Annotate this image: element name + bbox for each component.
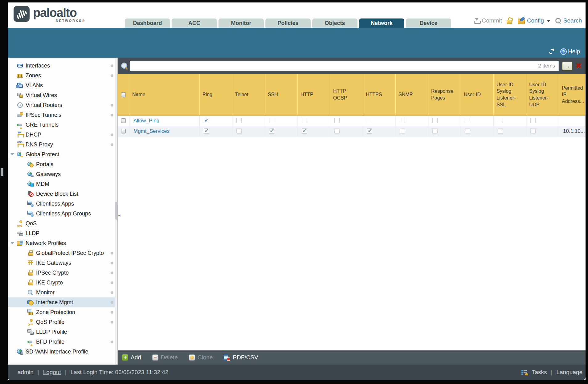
tasks-link[interactable]: Tasks bbox=[532, 369, 547, 376]
sidebar-item-dhcp[interactable]: DHCP bbox=[8, 130, 117, 140]
sidebar-item-vlans[interactable]: VLANs bbox=[8, 80, 117, 90]
add-button[interactable]: Add bbox=[122, 354, 141, 361]
sidebar-item-sd-wan-interface-profile[interactable]: SD-WAN Interface Profile bbox=[8, 347, 117, 357]
tab-network[interactable]: Network bbox=[359, 18, 404, 28]
column-header-https[interactable]: HTTPS bbox=[363, 74, 396, 115]
status-dot bbox=[111, 104, 113, 107]
column-header-user-id[interactable]: User-ID bbox=[461, 74, 494, 115]
ping-checkbox bbox=[204, 118, 209, 123]
tab-objects[interactable]: Objects bbox=[312, 18, 357, 28]
tab-device[interactable]: Device bbox=[406, 18, 451, 28]
paloalto-logo-mark bbox=[13, 6, 30, 22]
sidebar-item-label: VLANs bbox=[26, 82, 117, 89]
commit-button[interactable]: Commit bbox=[474, 17, 502, 24]
sidebar-item-label: GlobalProtect bbox=[26, 151, 117, 158]
table-body: Allow_PingMgmt_Services10.1.10... bbox=[118, 116, 586, 137]
column-header-name[interactable]: Name bbox=[129, 74, 200, 115]
tab-monitor[interactable]: Monitor bbox=[218, 18, 264, 28]
paloalto-logo: paloalto NETWORKS® bbox=[13, 6, 85, 22]
config-menu-button[interactable]: Config bbox=[518, 17, 550, 24]
expand-collapse-triangle-icon[interactable] bbox=[10, 242, 14, 244]
sidebar-item-gre-tunnels[interactable]: GRE Tunnels bbox=[8, 120, 117, 130]
column-header-user-id-syslog-listener-udp[interactable]: User-ID Syslog Listener-UDP bbox=[526, 74, 559, 115]
sidebar-item-interfaces[interactable]: Interfaces bbox=[8, 61, 117, 71]
tab-acc[interactable]: ACC bbox=[172, 18, 217, 28]
column-header-permitted-ip-address[interactable]: Permitted IP Address... bbox=[559, 74, 586, 115]
sidebar-item-clientless-app-groups[interactable]: Clientless App Groups bbox=[8, 209, 117, 219]
clone-icon bbox=[189, 354, 195, 361]
sidebar-item-interface-mgmt[interactable]: Interface Mgmt bbox=[8, 297, 117, 307]
sidebar-collapse-handle[interactable]: ◄ bbox=[117, 213, 121, 218]
clear-filter-button[interactable]: ✖ bbox=[575, 62, 582, 70]
window-frame: paloalto NETWORKS® DashboardACCMonitorPo… bbox=[0, 0, 588, 384]
column-header-http[interactable]: HTTP bbox=[298, 74, 330, 115]
sidebar-item-monitor[interactable]: Monitor bbox=[8, 288, 117, 297]
sidebar-item-virtual-routers[interactable]: Virtual Routers bbox=[8, 100, 117, 110]
response-pages-checkbox bbox=[432, 129, 438, 134]
tab-policies[interactable]: Policies bbox=[265, 18, 311, 28]
tasks-icon[interactable] bbox=[521, 370, 528, 375]
sidebar-item-dns-proxy[interactable]: DNS Proxy bbox=[8, 140, 117, 149]
sidebar-item-ike-gateways[interactable]: IKE Gateways bbox=[8, 258, 117, 268]
sidebar-item-device-block-list[interactable]: Device Block List bbox=[8, 189, 117, 199]
sidebar-item-mdm[interactable]: MDM bbox=[8, 179, 117, 189]
tab-dashboard[interactable]: Dashboard bbox=[125, 18, 170, 28]
zones-icon bbox=[17, 72, 23, 79]
expand-collapse-triangle-icon[interactable] bbox=[10, 153, 14, 156]
global-search-button[interactable]: Search bbox=[555, 17, 582, 24]
profile-name-link[interactable]: Allow_Ping bbox=[133, 118, 159, 124]
item-count: 2 items bbox=[538, 63, 555, 69]
profile-name-link[interactable]: Mgmt_Services bbox=[133, 128, 169, 134]
sidebar-item-clientless-apps[interactable]: Clientless Apps bbox=[8, 199, 117, 209]
apply-filter-button[interactable]: → bbox=[562, 61, 572, 71]
column-header-ping[interactable]: Ping bbox=[200, 74, 232, 115]
chevron-down-icon bbox=[547, 20, 550, 22]
sidebar-item-ipsec-crypto[interactable]: IPSec Crypto bbox=[8, 268, 117, 278]
sidebar-item-globalprotect-ipsec-crypto[interactable]: GlobalProtect IPSec Crypto bbox=[8, 248, 117, 258]
column-header-response-pages[interactable]: Response Pages bbox=[428, 74, 461, 115]
sidebar-item-globalprotect[interactable]: GlobalProtect bbox=[8, 149, 117, 159]
row-select-checkbox[interactable] bbox=[121, 129, 126, 133]
lldp-icon bbox=[27, 329, 34, 335]
sidebar-item-qos-profile[interactable]: QoS Profile bbox=[8, 317, 117, 327]
filter-input[interactable] bbox=[130, 61, 559, 71]
clone-button[interactable]: Clone bbox=[189, 354, 213, 361]
sidebar-item-virtual-wires[interactable]: Virtual Wires bbox=[8, 90, 117, 100]
crypto-lock-icon bbox=[27, 270, 34, 276]
commit-label: Commit bbox=[482, 17, 502, 24]
column-header-snmp[interactable]: SNMP bbox=[396, 74, 428, 115]
sidebar-item-gateways[interactable]: Gateways bbox=[8, 169, 117, 179]
sidebar-item-lldp-profile[interactable]: LLDP Profile bbox=[8, 327, 117, 337]
column-header-telnet[interactable]: Telnet bbox=[232, 74, 265, 115]
sidebar-item-label: LLDP bbox=[26, 230, 117, 237]
sidebar-item-label: Interfaces bbox=[26, 63, 117, 69]
language-link[interactable]: Language bbox=[556, 369, 582, 376]
http-ocsp-checkbox bbox=[334, 129, 340, 134]
delete-button[interactable]: Delete bbox=[152, 354, 178, 361]
column-header-user-id-syslog-listener-ssl[interactable]: User-ID Syslog Listener-SSL bbox=[494, 74, 526, 115]
sidebar-item-label: Virtual Routers bbox=[26, 102, 117, 108]
user-id-syslog-listener-ssl-checkbox bbox=[498, 129, 503, 134]
sidebar-item-portals[interactable]: Portals bbox=[8, 159, 117, 169]
select-all-checkbox[interactable] bbox=[121, 92, 126, 97]
sidebar-scrollbar-thumb[interactable] bbox=[115, 202, 117, 220]
column-header-http-ocsp[interactable]: HTTP OCSP bbox=[330, 74, 363, 115]
sidebar-item-zones[interactable]: Zones bbox=[8, 71, 117, 80]
help-button[interactable]: ? Help bbox=[560, 48, 580, 55]
user-id-syslog-listener-udp-checkbox bbox=[530, 118, 536, 123]
sidebar-item-lldp[interactable]: LLDP bbox=[8, 228, 117, 238]
qos-icon bbox=[27, 319, 34, 325]
sidebar-item-network-profiles[interactable]: Network Profiles bbox=[8, 238, 117, 248]
sidebar-item-ike-crypto[interactable]: IKE Crypto bbox=[8, 278, 117, 288]
refresh-icon[interactable] bbox=[548, 48, 555, 55]
row-select-checkbox[interactable] bbox=[121, 118, 126, 123]
unlock-icon[interactable] bbox=[507, 18, 513, 24]
column-header-ssh[interactable]: SSH bbox=[265, 74, 298, 115]
sidebar-item-qos[interactable]: QoS bbox=[8, 219, 117, 228]
sidebar-item-ipsec-tunnels[interactable]: IPSec Tunnels bbox=[8, 110, 117, 120]
interfaces-icon bbox=[17, 63, 23, 69]
pdf-csv-button[interactable]: PDF/CSV bbox=[224, 354, 258, 361]
logout-link[interactable]: Logout bbox=[43, 369, 61, 376]
sidebar-item-bfd-profile[interactable]: BFD Profile bbox=[8, 337, 117, 347]
sidebar-item-zone-protection[interactable]: Zone Protection bbox=[8, 307, 117, 317]
